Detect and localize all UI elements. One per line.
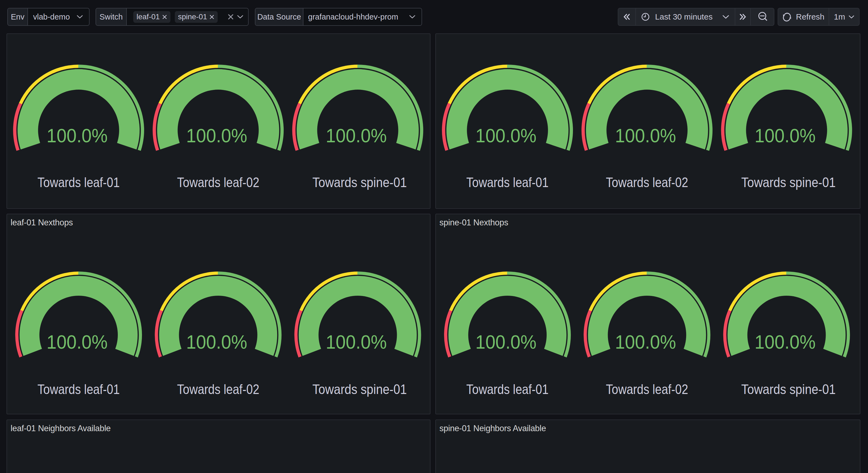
svg-text:100.0%: 100.0% (326, 331, 387, 353)
svg-text:Towards leaf-02: Towards leaf-02 (606, 175, 688, 190)
svg-text:Towards leaf-01: Towards leaf-01 (466, 175, 549, 190)
svg-text:100.0%: 100.0% (186, 125, 247, 146)
svg-text:100.0%: 100.0% (615, 331, 676, 353)
svg-text:100.0%: 100.0% (326, 125, 387, 146)
svg-text:100.0%: 100.0% (475, 125, 536, 146)
svg-text:100.0%: 100.0% (47, 125, 108, 146)
svg-text:Towards spine-01: Towards spine-01 (741, 175, 836, 190)
svg-text:100.0%: 100.0% (475, 331, 536, 353)
svg-text:100.0%: 100.0% (186, 331, 247, 353)
svg-text:Towards leaf-02: Towards leaf-02 (606, 382, 688, 397)
svg-text:Towards leaf-01: Towards leaf-01 (466, 382, 549, 397)
svg-text:Towards leaf-01: Towards leaf-01 (37, 382, 120, 397)
svg-text:Towards leaf-02: Towards leaf-02 (177, 175, 259, 190)
svg-text:100.0%: 100.0% (615, 125, 676, 146)
svg-text:Towards leaf-01: Towards leaf-01 (37, 175, 120, 190)
svg-text:Towards spine-01: Towards spine-01 (741, 382, 836, 397)
svg-text:Towards spine-01: Towards spine-01 (312, 175, 407, 190)
svg-text:100.0%: 100.0% (754, 331, 816, 353)
svg-text:Towards spine-01: Towards spine-01 (312, 382, 407, 397)
svg-text:Towards leaf-02: Towards leaf-02 (177, 382, 259, 397)
svg-text:100.0%: 100.0% (754, 125, 816, 146)
svg-text:100.0%: 100.0% (47, 331, 108, 353)
